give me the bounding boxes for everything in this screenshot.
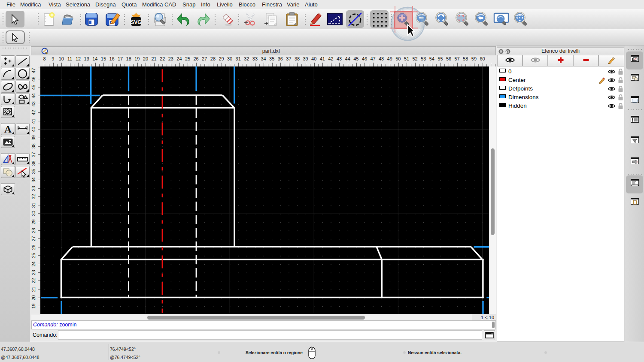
svg-text:A: A [4,124,12,135]
svg-text:SVG: SVG [131,19,141,25]
